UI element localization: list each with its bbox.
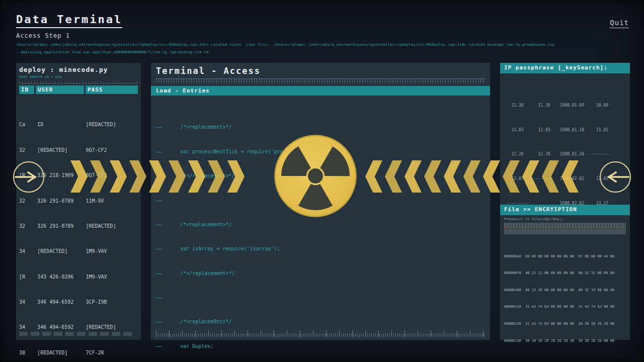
- load-entries-bar: Load - Entries: [151, 86, 490, 96]
- page-title: Data Terminal: [16, 13, 122, 28]
- table-row-text: [R 343 426-0206 1M9-VAV: [19, 274, 107, 280]
- header: Data Terminal Quit Access Step 1 /Users/…: [16, 13, 629, 54]
- chevron-right-icon: [110, 160, 127, 193]
- chevron-right-icon: [129, 160, 146, 193]
- chevron-left-icon: [503, 160, 520, 193]
- progress-block: [89, 332, 97, 336]
- table-row-text: 32 326 291-0789 11M-9V: [19, 198, 104, 204]
- hex-row-text: 00000130 20 20 20 20 20 20 20 20 20 20 2…: [504, 339, 614, 343]
- log-line-1: /Users/rglabs/.jekn/jobs/q_net/workspace…: [16, 43, 629, 47]
- code-line-text: ——: [156, 198, 162, 203]
- table-row[interactable]: 32 326 291-0789 [REDACTED]: [19, 223, 138, 230]
- ruler: [19, 81, 138, 84]
- hex-row: 000000f0 80 22 12 00 00 00 00 00 80 22 3…: [504, 271, 626, 275]
- ip-row: 11.83 11.83 1980.01.10 11.01: [504, 127, 626, 133]
- ip-row-text: 12.28 12.28 1980.01.26 ---------: [504, 152, 611, 156]
- table-row[interactable]: Ca ID [REDACTED]: [19, 122, 138, 128]
- table-row-text: Ca ID [REDACTED]: [19, 122, 116, 127]
- hex-row-text: 000000e0 08 00 00 00 00 00 00 00 07 00 0…: [504, 254, 614, 258]
- chevron-right-icon: [188, 160, 205, 193]
- encryption-panel: IP passphrase [_keySearch]; 11.38 11.38 …: [500, 63, 630, 340]
- code-line-text: —— var isArray = require('isarray');: [156, 246, 280, 251]
- progress-block: [77, 332, 86, 336]
- table-row-text: 34 346 494-6592 3CP-I9B: [19, 299, 107, 305]
- column-header-pass: PASS: [86, 85, 138, 94]
- table-row-text: 32 326 291-0789 [REDACTED]: [19, 223, 116, 229]
- progress-block: [31, 332, 39, 336]
- table-row[interactable]: 34 346 494-6592 3CP-I9B: [19, 299, 138, 306]
- code-line: —— /*<replacement>*/: [156, 124, 485, 130]
- code-line-text: —— var Duplex;: [156, 343, 213, 349]
- progress-block: [112, 332, 120, 336]
- chevron-right-arrow-group: [70, 160, 245, 193]
- user-search-label: User search id + p{a: [19, 75, 138, 79]
- progress-block: [54, 332, 62, 336]
- column-header-id: ID: [19, 85, 34, 94]
- circled-arrow-right-icon: [12, 160, 46, 194]
- ip-row: 12.28 12.28 1980.01.26 ---------: [504, 151, 626, 157]
- hex-row: 00000100 80 32 20 00 00 00 00 00 80 32 3…: [504, 288, 626, 292]
- user-table: Ca ID [REDACTED] 32 [REDACTED] 0Q7-CF2 […: [19, 97, 138, 362]
- file-encryption-header: File >> ENCRYIPTION: [500, 205, 630, 215]
- table-row-text: 34 [REDACTED] 1M9-VAV: [19, 248, 107, 254]
- chevron-right-icon: [149, 160, 166, 193]
- data-terminal-screen: Data Terminal Quit Access Step 1 /Users/…: [0, 0, 644, 362]
- hex-row: 00000130 20 20 20 20 20 20 20 20 20 20 2…: [504, 339, 626, 343]
- process-label: Process// >> file/vdb//Key;;: [500, 215, 630, 222]
- hex-dump: 000000e0 08 00 00 00 00 00 00 00 07 00 0…: [500, 235, 630, 362]
- table-row-text: 32 [REDACTED] 0Q7-CF2: [19, 147, 107, 153]
- access-step-label: Access Step 1: [16, 32, 629, 39]
- hex-row: 00000120 31 e5 74 64 06 00 00 00 20 20 2…: [504, 322, 626, 326]
- deploy-panel: deploy : minecode.py User search id + p{…: [16, 63, 141, 340]
- table-row-text: 38 [REDACTED] 7CF-2R: [19, 350, 104, 355]
- code-line-text: —— /*<replacement>*/: [156, 124, 232, 130]
- hex-row-text: 000000f0 80 22 12 00 00 00 00 00 80 22 3…: [504, 271, 614, 275]
- chevron-left-icon: [385, 160, 402, 193]
- progress-block: [19, 332, 28, 336]
- chevron-right-icon: [208, 160, 225, 193]
- code-line: —— /*</replacement>*/: [156, 270, 485, 277]
- hex-row: [504, 355, 626, 359]
- chevron-right-icon: [227, 160, 245, 193]
- code-line: ——: [156, 295, 485, 301]
- table-row[interactable]: 34 [REDACTED] 1M9-VAV: [19, 248, 138, 255]
- ip-row-text: 11.38 11.38 1980.01.09 10.69: [504, 103, 608, 108]
- table-row[interactable]: 34 346 494-6592 [REDACTED]: [19, 324, 138, 331]
- progress-blocks: [19, 332, 132, 336]
- code-line: —— var Duplex;: [156, 343, 485, 349]
- progress-block: [42, 332, 51, 336]
- chevron-left-icon: [444, 160, 461, 193]
- table-row[interactable]: 38 [REDACTED] 7CF-2R: [19, 350, 138, 356]
- table-row[interactable]: 32 326 291-0789 11M-9V: [19, 198, 138, 205]
- log-line-2: ..deploying application fuse-nac-appjfby…: [16, 50, 629, 54]
- deploy-panel-title: deploy : minecode.py: [19, 65, 138, 73]
- ruler: [156, 330, 485, 337]
- progress-block: [100, 332, 109, 336]
- chevron-left-arrow-group: [365, 160, 579, 193]
- waveform: [504, 223, 626, 235]
- table-row[interactable]: 32 [REDACTED] 0Q7-CF2: [19, 147, 138, 154]
- hex-row: 00000110 31 e5 74 64 06 00 00 00 31 e5 7…: [504, 305, 626, 309]
- code-line: —— var isArray = require('isarray');: [156, 246, 485, 252]
- ip-row: --------- 1980.02.02 13.17: [504, 201, 626, 205]
- chevron-right-icon: [70, 160, 88, 193]
- chevron-left-icon: [542, 160, 559, 193]
- table-row[interactable]: [R 343 426-0206 1M9-VAV: [19, 274, 138, 281]
- chevron-left-icon: [522, 160, 539, 193]
- chevron-left-icon: [365, 160, 382, 193]
- chevron-left-icon: [424, 160, 441, 193]
- radiation-hazard-icon: [274, 134, 357, 218]
- hex-row-text: 00000120 31 e5 74 64 06 00 00 00 20 20 2…: [504, 322, 614, 326]
- code-line-text: —— /*<replacement>*/: [156, 222, 232, 227]
- quit-button[interactable]: Quit: [610, 19, 629, 28]
- table-row-text: 34 346 494-6592 [REDACTED]: [19, 324, 116, 330]
- code-line-text: —— /*<replacem9nt>*/: [156, 319, 232, 324]
- progress-block: [123, 332, 132, 336]
- code-line: —— /*<replacement>*/: [156, 222, 485, 228]
- chevron-left-icon: [463, 160, 480, 193]
- progress-block: [65, 332, 74, 336]
- ip-row-text: --------- 1980.02.02 13.17: [504, 201, 608, 205]
- title-row: Data Terminal Quit: [16, 13, 629, 28]
- table-header-row: ID USER PASS: [19, 85, 138, 94]
- chevron-right-icon: [169, 160, 186, 193]
